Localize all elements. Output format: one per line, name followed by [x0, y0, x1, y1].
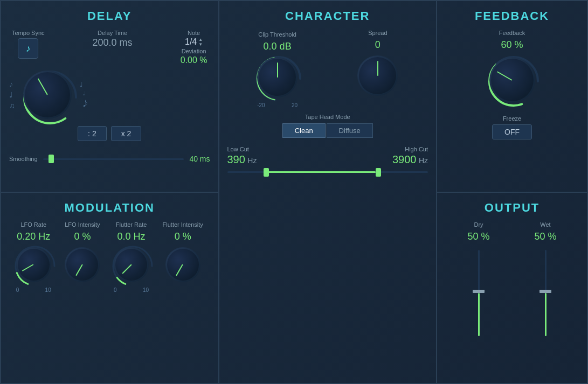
- mod-knobs: LFO Rate 0.20 Hz 0 10 LFO Inte: [9, 221, 210, 295]
- wet-fader-group: Wet 50 %: [534, 221, 556, 336]
- wet-fader-fill: [545, 293, 547, 336]
- music-notes-right: ♩ 𝅗𝅥 𝅘𝅥𝅮: [80, 81, 83, 109]
- clip-threshold-label: Clip Threshold: [258, 31, 296, 38]
- filter-thumb-right[interactable]: [376, 168, 381, 177]
- note-section: Note 1/4 ▲▼: [185, 30, 203, 47]
- wet-fader-track[interactable]: [545, 250, 547, 336]
- flutter-rate-indicator: [122, 264, 132, 274]
- tape-head-buttons: Clean Diffuse: [282, 123, 373, 138]
- smoothing-row: Smoothing 40 ms: [9, 149, 210, 163]
- note-arrows[interactable]: ▲▼: [198, 37, 203, 47]
- char-knob-row: Clip Threshold 0.0 dB -20 20 S: [227, 30, 428, 108]
- delay-knob-area: ♪ ♩ ♫ ♩ 𝅗𝅥 𝅘𝅥𝅮: [9, 68, 210, 122]
- delay-knob-indicator: [37, 78, 47, 95]
- freeze-button[interactable]: OFF: [492, 124, 532, 139]
- clip-knob-indicator: [277, 62, 278, 78]
- delay-buttons: : 2 x 2: [9, 126, 210, 141]
- smoothing-thumb[interactable]: [49, 155, 54, 163]
- low-cut-group: Low Cut 390 Hz: [227, 146, 257, 166]
- freeze-label: Freeze: [503, 115, 521, 122]
- feedback-knob-group: Feedback 60 %: [445, 30, 579, 107]
- spread-value: 0: [375, 39, 381, 51]
- flutter-int-indicator: [176, 264, 183, 276]
- lfo-int-indicator: [75, 264, 83, 276]
- tempo-sync-button[interactable]: ♪: [18, 38, 38, 59]
- lfo-intensity-value: 0 %: [74, 231, 91, 242]
- low-cut-label: Low Cut: [227, 146, 257, 152]
- feedback-title: FEEDBACK: [445, 9, 579, 23]
- lfo-intensity-label: LFO Intensity: [65, 221, 100, 228]
- flutter-rate-value: 0.0 Hz: [117, 231, 146, 242]
- deviation-value: 0.00 %: [181, 55, 207, 65]
- app-container: DELAY Tempo Sync ♪ Delay Time 200.0 ms N…: [0, 0, 588, 384]
- tape-diffuse-button[interactable]: Diffuse: [327, 123, 373, 138]
- wet-fader-track-container: [545, 250, 547, 336]
- feedback-knob-indicator: [497, 71, 513, 81]
- freeze-section: Freeze OFF: [445, 115, 579, 139]
- filter-slider-container: [227, 171, 428, 182]
- feedback-knob[interactable]: [489, 57, 535, 103]
- deviation-label: Deviation: [182, 48, 206, 54]
- output-panel: OUTPUT Dry 50 % Wet 50 %: [437, 192, 587, 384]
- lfo-intensity-group: LFO Intensity 0 %: [65, 221, 100, 295]
- feedback-value: 60 %: [501, 39, 523, 51]
- clip-threshold-knob[interactable]: [257, 57, 298, 97]
- music-notes-left: ♪ ♩ ♫: [9, 80, 15, 110]
- lfo-rate-knob[interactable]: [16, 247, 51, 282]
- tempo-sync-label: Tempo Sync: [12, 30, 45, 36]
- delay-title: DELAY: [9, 9, 210, 23]
- high-cut-value: 3900: [392, 153, 417, 165]
- music-note-icon: ♪: [26, 43, 31, 54]
- lfo-rate-label: LFO Rate: [20, 221, 46, 228]
- spread-knob-indicator: [377, 61, 378, 76]
- lfo-rate-group: LFO Rate 0.20 Hz 0 10: [16, 221, 51, 295]
- wet-fader-thumb[interactable]: [539, 290, 551, 293]
- wet-value: 50 %: [534, 231, 556, 242]
- delay-top-params: Tempo Sync ♪ Delay Time 200.0 ms Note 1/…: [9, 30, 210, 65]
- note-value: 1/4 ▲▼: [185, 37, 203, 47]
- modulation-panel: MODULATION LFO Rate 0.20 Hz 0 10: [1, 192, 219, 384]
- tape-clean-button[interactable]: Clean: [282, 123, 326, 138]
- large-knob-container: [23, 71, 72, 119]
- dry-fader-track-container: [478, 250, 480, 336]
- flutter-rate-label: Flutter Rate: [116, 221, 147, 228]
- clip-threshold-value: 0.0 dB: [264, 41, 292, 52]
- filter-thumb-left[interactable]: [264, 168, 269, 177]
- tape-head-label: Tape Head Mode: [305, 114, 350, 120]
- multiply-button[interactable]: x 2: [111, 126, 142, 141]
- spread-label: Spread: [368, 30, 387, 36]
- dry-fader-track[interactable]: [478, 250, 480, 336]
- lfo-intensity-knob[interactable]: [65, 247, 100, 282]
- spread-knob[interactable]: [357, 55, 398, 96]
- flutter-intensity-label: Flutter Intensity: [163, 221, 203, 228]
- flutter-intensity-group: Flutter Intensity 0 %: [163, 221, 203, 295]
- character-panel: CHARACTER Clip Threshold 0.0 dB -20 20: [219, 1, 437, 383]
- delay-time-label: Delay Time: [98, 30, 127, 36]
- flutter-intensity-knob[interactable]: [165, 247, 200, 282]
- filter-slider-track[interactable]: [227, 171, 428, 173]
- delay-time-value: 200.0 ms: [93, 37, 133, 48]
- note-label: Note: [188, 30, 200, 36]
- smoothing-value: 40 ms: [189, 155, 210, 163]
- output-faders: Dry 50 % Wet 50 %: [445, 221, 579, 329]
- dry-fader-fill: [478, 293, 480, 336]
- low-cut-value: 390: [227, 153, 245, 165]
- feedback-panel: FEEDBACK Feedback 60 % Freeze OFF: [437, 1, 587, 192]
- flutter-intensity-value: 0 %: [175, 231, 191, 242]
- spread-group: Spread 0: [357, 30, 398, 108]
- tempo-sync-section: Tempo Sync ♪: [12, 30, 45, 59]
- lfo-rate-value: 0.20 Hz: [17, 231, 50, 242]
- dry-fader-group: Dry 50 %: [467, 221, 489, 336]
- flutter-rate-group: Flutter Rate 0.0 Hz 0 10: [114, 221, 149, 295]
- dry-fader-thumb[interactable]: [473, 290, 485, 293]
- delay-knob[interactable]: [23, 71, 72, 119]
- feedback-label: Feedback: [499, 30, 525, 36]
- divide-button[interactable]: : 2: [78, 126, 107, 141]
- dry-label: Dry: [474, 221, 483, 228]
- lfo-rate-indicator: [22, 264, 34, 271]
- flutter-rate-knob[interactable]: [114, 247, 149, 282]
- tape-head-section: Tape Head Mode Clean Diffuse: [227, 114, 428, 138]
- smoothing-slider[interactable]: [43, 158, 184, 160]
- high-cut-unit: Hz: [419, 156, 428, 165]
- deviation-section: Deviation 0.00 %: [181, 48, 207, 65]
